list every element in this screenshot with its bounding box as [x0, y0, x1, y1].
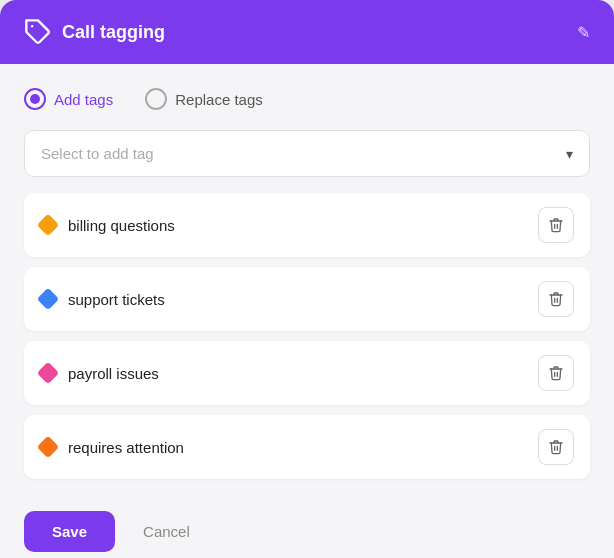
trash-icon — [548, 439, 564, 455]
cancel-button[interactable]: Cancel — [127, 511, 206, 552]
tag-color-dot — [37, 436, 60, 459]
tag-icon — [24, 18, 52, 46]
radio-replace-label: Replace tags — [175, 91, 263, 108]
radio-add-circle — [24, 88, 46, 110]
delete-tag-button[interactable] — [538, 355, 574, 391]
tag-select[interactable]: Select to add tag ▾ — [24, 130, 590, 177]
trash-icon — [548, 365, 564, 381]
radio-add-label: Add tags — [54, 91, 113, 108]
radio-replace-circle — [145, 88, 167, 110]
trash-icon — [548, 291, 564, 307]
tag-label: requires attention — [68, 439, 184, 456]
tag-left: requires attention — [40, 439, 184, 456]
tag-item: payroll issues — [24, 341, 590, 405]
tag-item: requires attention — [24, 415, 590, 479]
modal-footer: Save Cancel — [24, 503, 590, 552]
tag-left: billing questions — [40, 217, 175, 234]
radio-add-tags[interactable]: Add tags — [24, 88, 113, 110]
delete-tag-button[interactable] — [538, 429, 574, 465]
chevron-down-icon: ▾ — [566, 146, 573, 162]
tags-list: billing questions support tickets — [24, 193, 590, 479]
tag-label: billing questions — [68, 217, 175, 234]
edit-icon[interactable]: ✎ — [577, 23, 590, 42]
tag-color-dot — [37, 214, 60, 237]
modal-body: Add tags Replace tags Select to add tag … — [0, 64, 614, 558]
tag-item: support tickets — [24, 267, 590, 331]
modal-header: Call tagging ✎ — [0, 0, 614, 64]
radio-group: Add tags Replace tags — [24, 88, 590, 110]
tag-label: support tickets — [68, 291, 165, 308]
delete-tag-button[interactable] — [538, 281, 574, 317]
radio-replace-tags[interactable]: Replace tags — [145, 88, 263, 110]
tag-color-dot — [37, 362, 60, 385]
select-placeholder: Select to add tag — [41, 145, 154, 162]
modal-title: Call tagging — [62, 22, 567, 43]
delete-tag-button[interactable] — [538, 207, 574, 243]
tag-label: payroll issues — [68, 365, 159, 382]
tag-color-dot — [37, 288, 60, 311]
tag-left: support tickets — [40, 291, 165, 308]
trash-icon — [548, 217, 564, 233]
modal-container: Call tagging ✎ Add tags Replace tags Sel… — [0, 0, 614, 558]
tag-left: payroll issues — [40, 365, 159, 382]
save-button[interactable]: Save — [24, 511, 115, 552]
tag-item: billing questions — [24, 193, 590, 257]
